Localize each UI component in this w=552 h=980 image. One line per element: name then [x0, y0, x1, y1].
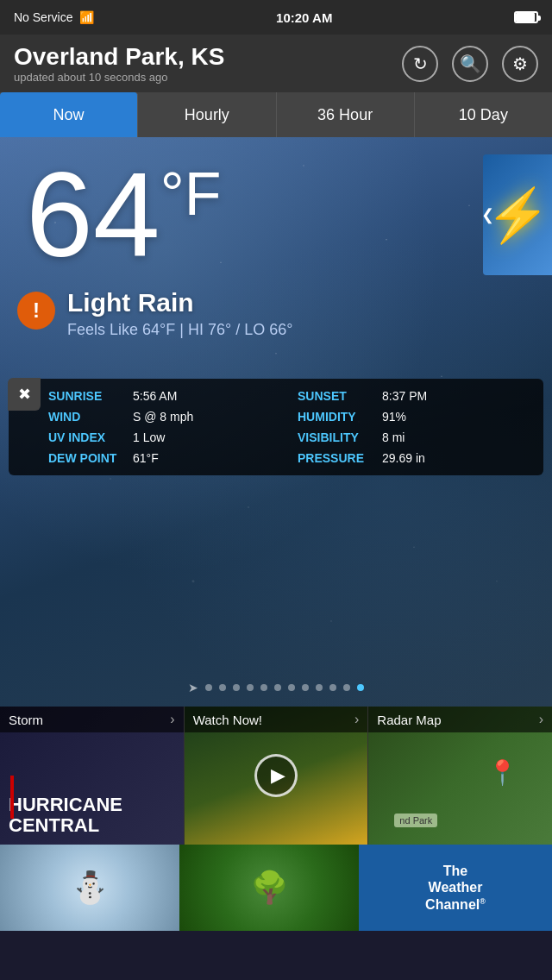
- detail-wind: WIND S @ 8 mph: [48, 410, 280, 424]
- panel-arrow: ❮: [481, 205, 494, 224]
- settings-button[interactable]: ⚙: [502, 46, 538, 82]
- status-right: [514, 11, 538, 23]
- radar-location-label: nd Park: [394, 814, 437, 827]
- winter-image: ⛄: [0, 845, 179, 931]
- refresh-button[interactable]: ↻: [402, 46, 438, 82]
- radar-card[interactable]: Radar Map › 📍 nd Park: [368, 707, 552, 845]
- twc-title: TheWeatherChannel®: [425, 863, 486, 913]
- hurricane-card-label: Storm ›: [0, 707, 184, 732]
- tabs: Now Hourly 36 Hour 10 Day: [0, 92, 552, 137]
- detail-dew: DEW POINT 61°F: [48, 451, 280, 465]
- bottom-strip: ⛄ 🌳 TheWeatherChannel®: [0, 845, 552, 931]
- page-dot-12[interactable]: [357, 684, 364, 691]
- detail-pressure: PRESSURE 29.69 in: [298, 451, 530, 465]
- detail-visibility: VISIBILITY 8 mi: [298, 430, 530, 444]
- details-grid: SUNRISE 5:56 AM SUNSET 8:37 PM WIND S @ …: [48, 389, 530, 465]
- detail-uv: UV INDEX 1 Low: [48, 430, 280, 444]
- header-left: Overland Park, KS updated about 10 secon…: [14, 43, 224, 84]
- hurricane-card[interactable]: Storm › HURRICANE CENTRAL: [0, 707, 185, 845]
- watch-arrow: ›: [354, 712, 359, 727]
- temp-value: 64: [26, 147, 160, 282]
- page-dot-10[interactable]: [329, 684, 336, 691]
- strip-forest[interactable]: 🌳: [179, 845, 359, 931]
- header-icons: ↻ 🔍 ⚙: [402, 46, 538, 82]
- condition-text: Light Rain Feels Like 64°F | HI 76° / LO…: [67, 288, 292, 339]
- page-dot-5[interactable]: [260, 684, 267, 691]
- page-dot-6[interactable]: [274, 684, 281, 691]
- status-time: 10:20 AM: [276, 10, 332, 25]
- battery-icon: [514, 11, 538, 23]
- watch-card-label: Watch Now! ›: [185, 707, 368, 732]
- temperature-display: 64°F: [26, 154, 222, 275]
- status-left: No Service 📶: [14, 10, 94, 24]
- radar-map: 📍 nd Park: [368, 732, 552, 845]
- page-dot-11[interactable]: [343, 684, 350, 691]
- page-dot-3[interactable]: [233, 684, 240, 691]
- condition-main: Light Rain: [67, 288, 292, 317]
- feels-like: Feels Like 64°F | HI 76° / LO 66°: [67, 321, 292, 339]
- lightning-icon: ⚡: [486, 185, 550, 246]
- tab-now[interactable]: Now: [0, 92, 138, 137]
- lightning-panel[interactable]: ❮ ⚡: [483, 154, 552, 275]
- strip-winter[interactable]: ⛄: [0, 845, 179, 931]
- page-dot-1[interactable]: [205, 684, 212, 691]
- hurricane-title: HURRICANE CENTRAL: [9, 795, 175, 836]
- tab-hourly[interactable]: Hourly: [138, 92, 276, 137]
- hurricane-arrow: ›: [170, 712, 174, 727]
- city-title: Overland Park, KS: [14, 43, 224, 71]
- radar-pin: 📍: [487, 758, 518, 787]
- wifi-icon: 📶: [79, 10, 94, 24]
- page-dot-2[interactable]: [219, 684, 226, 691]
- tab-10day[interactable]: 10 Day: [415, 92, 552, 137]
- detail-humidity: HUMIDITY 91%: [298, 410, 530, 424]
- page-dot-9[interactable]: [316, 684, 323, 691]
- detail-sunset: SUNSET 8:37 PM: [298, 389, 530, 403]
- pagination-arrow: ➤: [188, 681, 198, 694]
- search-button[interactable]: 🔍: [452, 46, 488, 82]
- detail-sunrise: SUNRISE 5:56 AM: [48, 389, 280, 403]
- weather-main: 64°F ❮ ⚡ ! Light Rain Feels Like 64°F | …: [0, 137, 552, 707]
- alert-icon: !: [17, 292, 55, 330]
- radar-card-label: Radar Map ›: [368, 707, 552, 732]
- header: Overland Park, KS updated about 10 secon…: [0, 35, 552, 92]
- play-button[interactable]: ▶: [254, 754, 298, 797]
- details-close-button[interactable]: ✖: [8, 378, 41, 411]
- signal-text: No Service: [14, 10, 72, 24]
- page-dot-8[interactable]: [302, 684, 309, 691]
- page-dot-4[interactable]: [247, 684, 254, 691]
- watch-now-card[interactable]: Watch Now! › ▶: [185, 707, 369, 845]
- forest-image: 🌳: [179, 845, 359, 931]
- radar-arrow: ›: [539, 712, 543, 727]
- twc-logo[interactable]: TheWeatherChannel®: [359, 845, 552, 931]
- tab-36hour[interactable]: 36 Hour: [277, 92, 415, 137]
- condition-area: ! Light Rain Feels Like 64°F | HI 76° / …: [17, 288, 292, 339]
- bottom-cards: Storm › HURRICANE CENTRAL Watch Now! › ▶…: [0, 707, 552, 845]
- status-bar: No Service 📶 10:20 AM: [0, 0, 552, 35]
- update-time: updated about 10 seconds ago: [14, 71, 224, 84]
- details-panel: ✖ SUNRISE 5:56 AM SUNSET 8:37 PM WIND S …: [9, 379, 543, 475]
- hurricane-red-bar: [10, 776, 14, 819]
- temp-unit: °F: [160, 160, 222, 228]
- page-dot-7[interactable]: [288, 684, 295, 691]
- pagination: ➤: [0, 681, 552, 694]
